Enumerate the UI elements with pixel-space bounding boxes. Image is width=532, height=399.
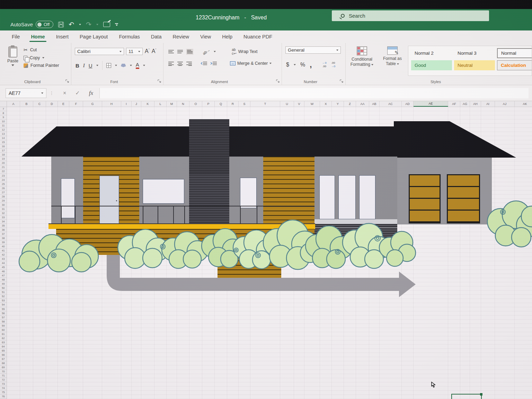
paste-button[interactable]: Paste — [5, 46, 21, 76]
undo-dropdown-icon[interactable] — [79, 24, 81, 25]
column-header-q[interactable]: Q — [215, 101, 227, 107]
row-header-63[interactable]: 63 — [0, 340, 7, 345]
row-header-58[interactable]: 58 — [0, 320, 7, 324]
column-header-j[interactable]: J — [132, 101, 141, 107]
tab-view[interactable]: View — [195, 30, 216, 43]
row-header-74[interactable]: 74 — [0, 386, 7, 390]
row-header-22[interactable]: 22 — [0, 169, 7, 174]
cut-button[interactable]: ✂Cut — [24, 47, 59, 53]
font-size-combo[interactable]: 11 — [126, 48, 143, 55]
row-header-29[interactable]: 29 — [0, 199, 7, 203]
tab-file[interactable]: File — [6, 30, 25, 43]
row-header-49[interactable]: 49 — [0, 282, 7, 286]
column-header-y[interactable]: Y — [332, 101, 344, 107]
row-header-39[interactable]: 39 — [0, 240, 7, 245]
currency-format-button[interactable]: $ — [286, 62, 289, 68]
row-header-44[interactable]: 44 — [0, 261, 7, 265]
column-header-m[interactable]: M — [167, 101, 177, 107]
conditional-formatting-button[interactable]: ConditionalFormatting — [348, 46, 375, 67]
bold-button[interactable]: B — [76, 63, 79, 69]
font-color-button[interactable]: A — [136, 62, 139, 69]
row-header-36[interactable]: 36 — [0, 228, 7, 232]
row-header-7[interactable]: 7 — [0, 107, 7, 111]
column-header-ai[interactable]: AI — [481, 101, 495, 107]
cancel-icon[interactable]: × — [63, 90, 66, 96]
column-header-w[interactable]: W — [304, 101, 320, 107]
column-header-aa[interactable]: AA — [356, 101, 369, 107]
column-header-r[interactable]: R — [227, 101, 239, 107]
select-all-corner[interactable] — [0, 101, 7, 107]
font-name-combo[interactable]: Calibri — [75, 48, 124, 55]
row-header-53[interactable]: 53 — [0, 299, 7, 303]
align-right-icon[interactable] — [186, 61, 192, 66]
tab-formulas[interactable]: Formulas — [113, 30, 145, 43]
row-header-67[interactable]: 67 — [0, 357, 7, 361]
column-header-a[interactable]: A — [7, 101, 20, 107]
align-left-icon[interactable] — [168, 61, 174, 66]
row-header-30[interactable]: 30 — [0, 203, 7, 207]
column-header-ah[interactable]: AH — [470, 101, 481, 107]
column-header-b[interactable]: B — [20, 101, 33, 107]
paste-dropdown-icon[interactable] — [11, 64, 14, 66]
row-header-61[interactable]: 61 — [0, 332, 7, 336]
alignment-dialog-launcher[interactable] — [276, 79, 280, 83]
row-header-35[interactable]: 35 — [0, 224, 7, 228]
row-header-10[interactable]: 10 — [0, 119, 7, 124]
decrease-indent-icon[interactable] — [201, 61, 207, 66]
tab-data[interactable]: Data — [145, 30, 167, 43]
row-header-68[interactable]: 68 — [0, 361, 7, 365]
merge-dropdown-icon[interactable] — [269, 63, 272, 64]
increase-decimal-button[interactable]: ←0.00 — [322, 61, 326, 68]
format-painter-button[interactable]: Format Painter — [24, 63, 59, 68]
row-header-38[interactable]: 38 — [0, 236, 7, 240]
autosave-toggle[interactable]: AutoSave Off — [10, 21, 53, 28]
pen-mode-icon[interactable] — [103, 22, 110, 27]
copy-button[interactable]: Copy — [24, 55, 59, 60]
row-header-76[interactable]: 76 — [0, 394, 7, 399]
fill-color-icon[interactable] — [121, 64, 126, 67]
row-header-9[interactable]: 9 — [0, 115, 7, 119]
row-header-20[interactable]: 20 — [0, 161, 7, 165]
row-header-51[interactable]: 51 — [0, 290, 7, 294]
increase-indent-icon[interactable] — [211, 61, 217, 66]
column-header-f[interactable]: F — [69, 101, 83, 107]
column-header-ad[interactable]: AD — [402, 101, 414, 107]
row-header-48[interactable]: 48 — [0, 278, 7, 282]
row-header-73[interactable]: 73 — [0, 382, 7, 386]
column-header-af[interactable]: AF — [448, 101, 460, 107]
row-header-26[interactable]: 26 — [0, 186, 7, 190]
cell-style-good[interactable]: Good — [411, 60, 452, 70]
row-header-12[interactable]: 12 — [0, 128, 7, 132]
customize-qat-icon[interactable] — [115, 23, 118, 26]
tab-insert[interactable]: Insert — [51, 30, 74, 43]
row-header-66[interactable]: 66 — [0, 353, 7, 357]
tab-nuance-pdf[interactable]: Nuance PDF — [238, 30, 278, 43]
row-header-65[interactable]: 65 — [0, 349, 7, 353]
font-dialog-launcher[interactable] — [158, 79, 161, 83]
name-box[interactable]: AE77 — [6, 88, 46, 98]
column-header-ae[interactable]: AE — [414, 101, 448, 107]
percent-format-button[interactable]: % — [300, 62, 305, 68]
row-header-21[interactable]: 21 — [0, 165, 7, 169]
underline-button[interactable]: U — [89, 63, 92, 69]
row-header-14[interactable]: 14 — [0, 136, 7, 140]
cell-style-calculation[interactable]: Calculation — [497, 60, 532, 70]
autosave-pill[interactable]: Off — [36, 21, 53, 28]
align-top-icon[interactable] — [168, 50, 174, 54]
decrease-font-icon[interactable]: Aˇ — [152, 48, 157, 54]
align-center-icon[interactable] — [177, 61, 183, 66]
row-header-56[interactable]: 56 — [0, 311, 7, 316]
formula-input[interactable] — [99, 88, 529, 98]
insert-function-icon[interactable]: fx — [89, 90, 93, 97]
copy-dropdown-icon[interactable] — [42, 57, 44, 59]
cell-style-normal[interactable]: Normal — [497, 48, 532, 58]
row-header-57[interactable]: 57 — [0, 316, 7, 320]
column-header-u[interactable]: U — [280, 101, 294, 107]
row-header-55[interactable]: 55 — [0, 307, 7, 311]
row-header-40[interactable]: 40 — [0, 245, 7, 249]
comma-format-button[interactable]: , — [310, 60, 312, 69]
row-header-71[interactable]: 71 — [0, 374, 7, 378]
column-header-g[interactable]: G — [83, 101, 102, 107]
column-header-t[interactable]: T — [250, 101, 280, 107]
cell-style-normal-3[interactable]: Normal 3 — [454, 48, 495, 58]
